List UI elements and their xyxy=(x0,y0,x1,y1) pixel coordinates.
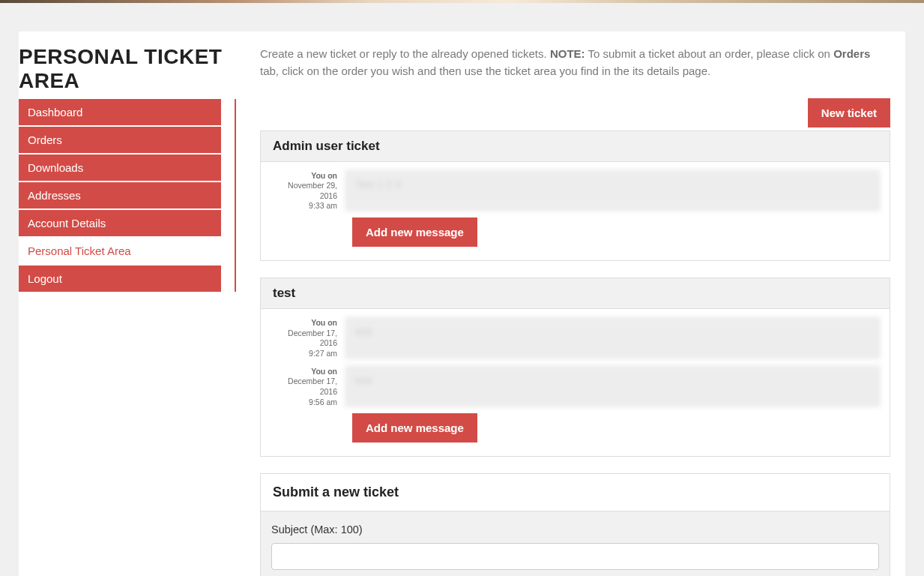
message-time: 9:56 am xyxy=(309,398,337,406)
main-panel: PERSONAL TICKET AREA Dashboard Orders Do… xyxy=(19,32,905,576)
intro-tail: tab, click on the order you wish and the… xyxy=(260,64,710,77)
sidebar-item-downloads[interactable]: Downloads xyxy=(19,154,221,181)
submit-ticket-header: Submit a new ticket xyxy=(261,474,890,512)
message-body-blurred: test xyxy=(345,365,881,408)
new-ticket-button[interactable]: New ticket xyxy=(808,98,890,128)
ticket-title: Admin user ticket xyxy=(261,131,890,162)
message-date: December 17, 2016 xyxy=(288,328,337,348)
message-time: 9:27 am xyxy=(309,349,337,358)
message-time: 9:33 am xyxy=(309,201,337,210)
subject-label: Subject (Max: 100) xyxy=(271,524,879,536)
add-message-row: Add new message xyxy=(270,413,881,442)
add-message-row: Add new message xyxy=(270,218,881,247)
sidebar-item-account-details[interactable]: Account Details xyxy=(19,210,221,236)
submit-ticket-box: Submit a new ticket Subject (Max: 100) xyxy=(260,473,890,576)
new-ticket-row: New ticket xyxy=(260,98,890,128)
left-column: PERSONAL TICKET AREA Dashboard Orders Do… xyxy=(19,45,236,576)
ticket-body: You on December 17, 2016 9:27 am test Yo… xyxy=(261,309,890,456)
ticket-body: You on November 29, 2016 9:33 am Test 1 … xyxy=(261,162,890,261)
content-column: Create a new ticket or reply to the alre… xyxy=(236,45,890,576)
intro-note-label: NOTE: xyxy=(550,47,585,60)
message-meta: You on December 17, 2016 9:27 am xyxy=(270,316,345,359)
ticket-box: Admin user ticket You on November 29, 20… xyxy=(260,130,890,262)
ticket-title: test xyxy=(261,278,890,309)
ticket-box: test You on December 17, 2016 9:27 am te… xyxy=(260,278,890,457)
sidebar-nav: Dashboard Orders Downloads Addresses Acc… xyxy=(19,99,236,292)
intro-note-text: To submit a ticket about an order, pleas… xyxy=(585,47,834,60)
message-date: December 17, 2016 xyxy=(288,376,337,396)
message-who: You on xyxy=(311,318,337,327)
intro-text: Create a new ticket or reply to the alre… xyxy=(260,45,890,80)
ticket-message: You on December 17, 2016 9:56 am test xyxy=(270,365,881,408)
page-title: PERSONAL TICKET AREA xyxy=(19,45,236,93)
add-message-button[interactable]: Add new message xyxy=(352,218,477,247)
ticket-message: You on November 29, 2016 9:33 am Test 1 … xyxy=(270,170,881,212)
sidebar-item-logout[interactable]: Logout xyxy=(19,266,221,292)
intro-orders-bold: Orders xyxy=(833,47,870,60)
submit-ticket-body: Subject (Max: 100) xyxy=(261,512,890,576)
message-who: You on xyxy=(311,367,337,376)
sidebar-item-orders[interactable]: Orders xyxy=(19,127,221,153)
message-who: You on xyxy=(311,171,337,180)
message-body-blurred: Test 1 2 3 xyxy=(345,170,881,212)
subject-input[interactable] xyxy=(271,543,879,570)
message-date: November 29, 2016 xyxy=(288,181,337,200)
sidebar-item-addresses[interactable]: Addresses xyxy=(19,182,221,208)
ticket-message: You on December 17, 2016 9:27 am test xyxy=(270,316,881,359)
message-meta: You on November 29, 2016 9:33 am xyxy=(270,170,345,212)
sidebar-item-personal-ticket-area[interactable]: Personal Ticket Area xyxy=(19,238,221,264)
message-body-blurred: test xyxy=(345,316,881,359)
message-meta: You on December 17, 2016 9:56 am xyxy=(270,365,345,408)
page-container: PERSONAL TICKET AREA Dashboard Orders Do… xyxy=(19,3,905,576)
add-message-button[interactable]: Add new message xyxy=(352,413,477,442)
sidebar-item-dashboard[interactable]: Dashboard xyxy=(19,99,221,125)
intro-pre: Create a new ticket or reply to the alre… xyxy=(260,47,550,60)
